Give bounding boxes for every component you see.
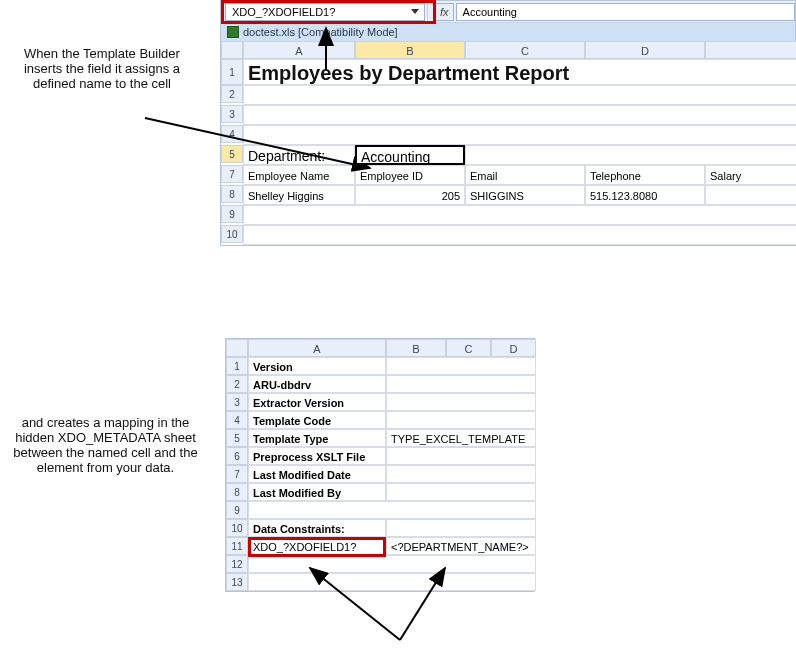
cell-blank[interactable] — [243, 85, 796, 105]
row-h-7[interactable]: 7 — [226, 465, 248, 483]
dept-value-cell[interactable]: Accounting — [355, 145, 465, 165]
row-h-2[interactable]: 2 — [226, 375, 248, 393]
cell-blank[interactable] — [386, 411, 536, 429]
data-emp-id[interactable]: 205 — [355, 185, 465, 205]
col-header-A[interactable]: A — [243, 41, 355, 59]
row-h-8[interactable]: 8 — [226, 483, 248, 501]
meta-tmplcode[interactable]: Template Code — [248, 411, 386, 429]
col-header-C2[interactable]: C — [446, 339, 491, 357]
data-email[interactable]: SHIGGINS — [465, 185, 585, 205]
worksheet-grid-top[interactable]: A B C D 1 Employees by Department Report… — [221, 41, 795, 245]
excel-window-bottom: A B C D 1 Version 2 ARU-dbdrv 3 Extracto… — [225, 338, 535, 592]
meta-tmpltype[interactable]: Template Type — [248, 429, 386, 447]
cell-blank[interactable] — [386, 465, 536, 483]
name-formula-bar: XDO_?XDOFIELD1? fx Accounting — [221, 1, 795, 23]
row-header-3[interactable]: 3 — [221, 105, 243, 123]
report-title[interactable]: Employees by Department Report — [243, 59, 796, 85]
name-box-value: XDO_?XDOFIELD1? — [232, 6, 335, 18]
meta-aru[interactable]: ARU-dbdrv — [248, 375, 386, 393]
fx-label[interactable]: fx — [435, 3, 454, 21]
row-h-11[interactable]: 11 — [226, 537, 248, 555]
cell-blank[interactable] — [248, 501, 536, 519]
hdr-emp-name[interactable]: Employee Name — [243, 165, 355, 185]
workbook-title-bar: doctest.xls [Compatibility Mode] — [221, 23, 795, 41]
row-header-9[interactable]: 9 — [221, 205, 243, 223]
col-header-D2[interactable]: D — [491, 339, 536, 357]
hdr-salary[interactable]: Salary — [705, 165, 796, 185]
data-tel[interactable]: 515.123.8080 — [585, 185, 705, 205]
cell-blank[interactable] — [248, 555, 536, 573]
cell-blank[interactable] — [243, 205, 796, 225]
hdr-tel[interactable]: Telephone — [585, 165, 705, 185]
data-salary[interactable] — [705, 185, 796, 205]
hdr-emp-id[interactable]: Employee ID — [355, 165, 465, 185]
meta-lmd[interactable]: Last Modified Date — [248, 465, 386, 483]
workbook-title: doctest.xls [Compatibility Mode] — [243, 26, 398, 38]
row-h-1[interactable]: 1 — [226, 357, 248, 375]
col-header-B[interactable]: B — [355, 41, 465, 59]
excel-file-icon — [227, 26, 239, 38]
row-header-1[interactable]: 1 — [221, 59, 243, 85]
row-header-10[interactable]: 10 — [221, 225, 243, 243]
formula-bar[interactable]: Accounting — [456, 3, 795, 21]
row-h-6[interactable]: 6 — [226, 447, 248, 465]
row-header-2[interactable]: 2 — [221, 85, 243, 103]
select-all-corner[interactable] — [221, 41, 243, 59]
cell-blank[interactable] — [243, 105, 796, 125]
annotation-text-1: When the Template Builder inserts the fi… — [8, 46, 196, 91]
col-header-A2[interactable]: A — [248, 339, 386, 357]
row-header-5[interactable]: 5 — [221, 145, 243, 163]
cell-blank[interactable] — [386, 393, 536, 411]
annotation-text-2: and creates a mapping in the hidden XDO_… — [8, 415, 203, 475]
row-h-4[interactable]: 4 — [226, 411, 248, 429]
row-h-9[interactable]: 9 — [226, 501, 248, 519]
excel-window-top: XDO_?XDOFIELD1? fx Accounting doctest.xl… — [220, 0, 796, 246]
row-h-3[interactable]: 3 — [226, 393, 248, 411]
data-emp-name[interactable]: Shelley Higgins — [243, 185, 355, 205]
row-h-10[interactable]: 10 — [226, 519, 248, 537]
meta-constraints[interactable]: Data Constraints: — [248, 519, 386, 537]
col-header-D[interactable]: D — [585, 41, 705, 59]
row-h-5[interactable]: 5 — [226, 429, 248, 447]
cell-blank[interactable] — [386, 375, 536, 393]
cell-blank[interactable] — [386, 519, 536, 537]
col-header-B2[interactable]: B — [386, 339, 446, 357]
meta-extractor[interactable]: Extractor Version — [248, 393, 386, 411]
cell-blank[interactable] — [465, 145, 796, 165]
meta-lmb[interactable]: Last Modified By — [248, 483, 386, 501]
cell-blank[interactable] — [243, 225, 796, 245]
row-h-13[interactable]: 13 — [226, 573, 248, 591]
cell-blank[interactable] — [243, 125, 796, 145]
hdr-email[interactable]: Email — [465, 165, 585, 185]
meta-version[interactable]: Version — [248, 357, 386, 375]
col-header-blank[interactable] — [705, 41, 796, 59]
row-header-8[interactable]: 8 — [221, 185, 243, 203]
formula-value: Accounting — [463, 6, 517, 18]
select-all-corner-2[interactable] — [226, 339, 248, 357]
dept-label-cell[interactable]: Department: — [243, 145, 355, 165]
cell-blank[interactable] — [386, 447, 536, 465]
row-header-7[interactable]: 7 — [221, 165, 243, 183]
row-h-12[interactable]: 12 — [226, 555, 248, 573]
cell-blank[interactable] — [386, 483, 536, 501]
cell-blank[interactable] — [248, 573, 536, 591]
row-header-4[interactable]: 4 — [221, 125, 243, 143]
meta-xdofield[interactable]: XDO_?XDOFIELD1? — [248, 537, 386, 555]
cell-blank[interactable] — [386, 357, 536, 375]
col-header-C[interactable]: C — [465, 41, 585, 59]
name-box[interactable]: XDO_?XDOFIELD1? — [225, 3, 425, 21]
meta-deptname-tag[interactable]: <?DEPARTMENT_NAME?> — [386, 537, 536, 555]
meta-xslt[interactable]: Preprocess XSLT File — [248, 447, 386, 465]
worksheet-grid-metadata[interactable]: A B C D 1 Version 2 ARU-dbdrv 3 Extracto… — [226, 339, 534, 591]
meta-tmpltype-val[interactable]: TYPE_EXCEL_TEMPLATE — [386, 429, 536, 447]
dropdown-icon[interactable] — [411, 9, 419, 14]
